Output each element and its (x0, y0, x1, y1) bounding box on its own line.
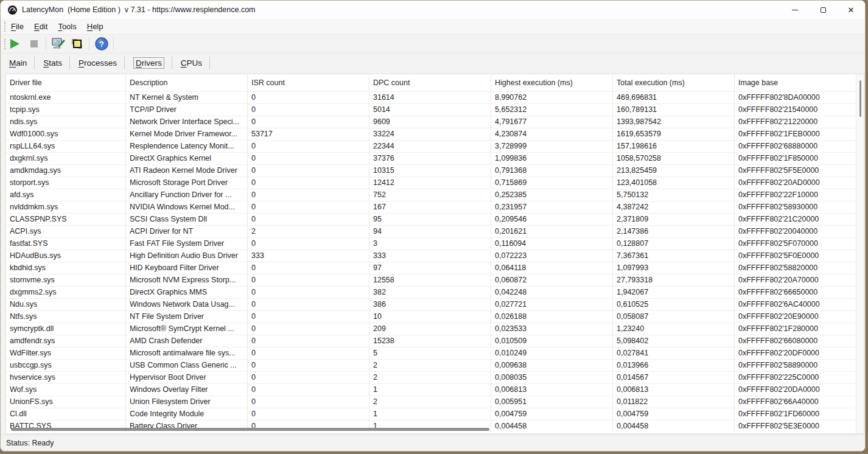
menubar-gripper[interactable] (4, 21, 5, 32)
vertical-scrollbar[interactable] (856, 74, 864, 433)
table-row[interactable]: ndis.sysNetwork Driver Interface Speci..… (6, 116, 864, 128)
menu-edit[interactable]: Edit (29, 19, 52, 34)
table-row[interactable]: UnionFS.sysUnion Filesystem Driver020,00… (6, 396, 864, 408)
table-cell: 382 (369, 287, 491, 298)
table-cell: 0,004458 (491, 421, 613, 432)
table-row[interactable]: usbccgp.sysUSB Common Class Generic ...0… (6, 359, 864, 371)
table-cell: 0,027841 (613, 347, 735, 359)
tab-separator (34, 57, 35, 69)
table-row[interactable]: Wof.sysWindows Overlay Filter010,0068130… (6, 383, 864, 396)
tab-processes[interactable]: Processes (71, 54, 124, 72)
tab-main[interactable]: Main (2, 54, 34, 72)
tab-separator (69, 57, 70, 69)
help-button[interactable]: ? (93, 36, 110, 52)
column-header-total-execution[interactable]: Total execution (ms) (613, 74, 735, 91)
table-row[interactable]: kbdhid.sysHID Keyboard Filter Driver0970… (6, 262, 864, 274)
table-cell: USB Common Class Generic ... (126, 360, 248, 371)
column-header-description[interactable]: Description (126, 74, 248, 91)
table-cell: 0 (248, 153, 369, 164)
table-row[interactable]: hvservice.sysHypervisor Boot Driver020,0… (6, 371, 864, 383)
table-cell: 0xFFFFF802'1F850000 (735, 153, 864, 164)
menubar: File Edit Tools Help (1, 19, 865, 35)
stop-monitor-button[interactable] (26, 36, 42, 52)
menu-help[interactable]: Help (82, 19, 108, 34)
table-cell: 4,230874 (491, 128, 613, 140)
table-row[interactable]: amdfendr.sysAMD Crash Defender0152380,01… (6, 335, 864, 347)
table-cell: 0,610525 (613, 299, 735, 310)
table-row[interactable]: dxgmms2.sysDirectX Graphics MMS03820,042… (6, 286, 864, 298)
table-cell: 160,789131 (613, 104, 735, 116)
table-cell: symcryptk.dll (6, 323, 126, 335)
table-cell: usbccgp.sys (6, 360, 126, 371)
table-cell: 0 (248, 92, 369, 103)
table-row[interactable]: storport.sysMicrosoft Storage Port Drive… (6, 176, 864, 189)
table-cell: 0,042248 (491, 287, 613, 298)
table-row[interactable]: Cl.dllCode Integrity Module010,0047590,0… (6, 408, 864, 420)
vertical-scrollbar-thumb[interactable] (859, 80, 861, 117)
table-cell: 0 (248, 274, 369, 286)
maximize-button[interactable] (809, 1, 837, 19)
table-row[interactable]: Wdf01000.sysKernel Mode Driver Framewor.… (6, 128, 864, 140)
table-cell: HDAudBus.sys (6, 250, 126, 262)
in-depth-tests-button[interactable] (69, 36, 85, 52)
toolbar-gripper[interactable] (4, 39, 5, 49)
table-row[interactable]: symcryptk.dllMicrosoft® SymCrypt Kernel … (6, 323, 864, 335)
close-icon: ✕ (848, 6, 855, 14)
tab-stats[interactable]: Stats (36, 54, 69, 72)
table-cell: 5 (369, 347, 491, 359)
table-cell: 0,715869 (491, 177, 613, 189)
close-button[interactable]: ✕ (837, 1, 865, 19)
table-row[interactable]: CLASSPNP.SYSSCSI Class System Dll0950,20… (6, 213, 864, 225)
table-cell: 157,198616 (613, 141, 735, 152)
column-header-isr-count[interactable]: ISR count (248, 74, 369, 91)
options-button[interactable] (50, 36, 66, 52)
horizontal-scrollbar-thumb[interactable] (11, 428, 489, 431)
table-row[interactable]: amdkmdag.sysATI Radeon Kernel Mode Drive… (6, 164, 864, 176)
table-cell: 0,201621 (491, 226, 613, 237)
table-cell: 0,231957 (491, 201, 613, 213)
table-row[interactable]: WdFilter.sysMicrosoft antimalware file s… (6, 347, 864, 359)
table-row[interactable]: dxgkrnl.sysDirectX Graphics Kernel037376… (6, 152, 864, 164)
tab-drivers[interactable]: Drivers (126, 54, 172, 72)
resize-grip[interactable] (857, 443, 862, 448)
table-cell: 2 (248, 226, 369, 237)
table-row[interactable]: fastfat.SYSFast FAT File System Driver03… (6, 237, 864, 250)
menu-file[interactable]: File (6, 19, 29, 34)
table-cell: dxgkrnl.sys (6, 153, 126, 164)
start-monitor-button[interactable] (7, 36, 23, 52)
table-row[interactable]: stornvme.sysMicrosoft NVM Express Storp.… (6, 274, 864, 286)
column-header-highest-execution[interactable]: Highest execution (ms) (491, 74, 613, 91)
table-row[interactable]: ntoskrnl.exeNT Kernel & System0316148,99… (6, 91, 864, 103)
table-cell: 1 (369, 384, 491, 396)
table-cell: Resplendence Latency Monit... (126, 141, 248, 152)
table-cell: 2 (369, 396, 491, 408)
table-row[interactable]: afd.sysAncillary Function Driver for ...… (6, 189, 864, 201)
column-header-driver-file[interactable]: Driver file (6, 74, 126, 91)
table-row[interactable]: rspLLL64.sysResplendence Latency Monit..… (6, 140, 864, 152)
toolbar-separator (89, 37, 89, 51)
table-cell: Hypervisor Boot Driver (126, 372, 248, 383)
table-cell: Windows Network Data Usag... (126, 299, 248, 310)
table-row[interactable]: nvlddmkm.sysNVIDIA Windows Kernel Mod...… (6, 201, 864, 213)
table-row[interactable]: HDAudBus.sysHigh Definition Audio Bus Dr… (6, 250, 864, 262)
table-row[interactable]: Ntfs.sysNT File System Driver0100,026188… (6, 310, 864, 323)
table-cell: tcpip.sys (6, 104, 126, 116)
table-row[interactable]: ACPI.sysACPI Driver for NT2940,2016212,1… (6, 225, 864, 237)
table-cell: Kernel Mode Driver Framewor... (126, 128, 248, 140)
column-header-dpc-count[interactable]: DPC count (369, 74, 491, 91)
table-cell: Fast FAT File System Driver (126, 238, 248, 250)
titlebar: LatencyMon (Home Edition ) v 7.31 - http… (1, 1, 865, 19)
menu-tools[interactable]: Tools (53, 19, 81, 34)
column-header-image-base[interactable]: Image base (735, 74, 864, 91)
table-cell: 0 (248, 396, 369, 408)
table-cell: 0,128807 (613, 238, 735, 250)
table-cell: 0xFFFFF802'66080000 (735, 335, 864, 347)
table-cell: 0 (248, 384, 369, 396)
table-cell: 2,371809 (613, 214, 735, 225)
table-row[interactable]: Ndu.sysWindows Network Data Usag...03860… (6, 298, 864, 310)
tab-cpus[interactable]: CPUs (173, 54, 209, 72)
minimize-button[interactable] (781, 1, 809, 19)
table-cell: 0,004458 (613, 421, 735, 432)
table-row[interactable]: tcpip.sysTCP/IP Driver050145,652312160,7… (6, 103, 864, 116)
table-cell: 2,147386 (613, 226, 735, 237)
